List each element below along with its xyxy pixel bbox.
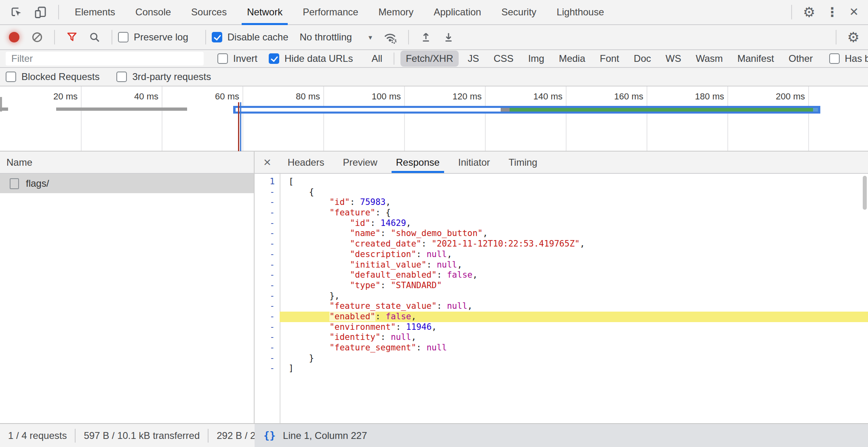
resource-type-other[interactable]: Other: [783, 51, 818, 67]
response-viewer[interactable]: 1[- {- "id": 75983,- "feature": {- "id":…: [255, 174, 868, 423]
gutter-mark: -: [255, 218, 280, 229]
code-token: null: [437, 260, 457, 270]
divider: [408, 30, 409, 44]
gutter-mark: -: [255, 280, 280, 291]
overview-tick-label: 20 ms: [17, 91, 78, 102]
detail-tab-response[interactable]: Response: [387, 152, 449, 173]
waterfall-bar-gray-1: [0, 108, 8, 111]
record-network-log-icon[interactable]: [9, 32, 19, 42]
kebab-menu-icon[interactable]: ⋮: [821, 6, 844, 19]
code-token: false: [447, 270, 472, 280]
resource-type-ws[interactable]: WS: [660, 51, 687, 67]
clear-network-log-icon[interactable]: [26, 31, 48, 43]
code-token: :: [421, 239, 432, 249]
gutter-mark: -: [255, 249, 280, 260]
code-line: - "feature_segment": null: [255, 343, 868, 353]
overview-gridline: [647, 86, 647, 151]
code-token: ,: [411, 332, 416, 342]
code-token: ,: [457, 260, 462, 270]
code-token: ,: [411, 312, 416, 321]
disable-cache-checkbox[interactable]: [212, 32, 222, 42]
status-right: {} Line 1, Column 227: [255, 424, 868, 447]
request-row-flags[interactable]: flags/: [0, 174, 254, 193]
resource-type-js[interactable]: JS: [463, 51, 485, 67]
code-content: "feature_segment": null: [280, 343, 868, 353]
code-token: ,: [482, 228, 488, 238]
export-har-icon[interactable]: [437, 31, 460, 43]
resource-type-media[interactable]: Media: [554, 51, 590, 67]
resource-type-font[interactable]: Font: [594, 51, 624, 67]
close-devtools-icon[interactable]: ✕: [844, 6, 864, 18]
network-overview[interactable]: 20 ms40 ms60 ms80 ms100 ms120 ms140 ms16…: [0, 86, 868, 152]
code-token: [289, 332, 329, 342]
inspect-element-icon[interactable]: [4, 5, 28, 19]
tab-application[interactable]: Application: [423, 0, 491, 24]
overview-gridline: [81, 86, 82, 151]
tab-performance[interactable]: Performance: [293, 0, 368, 24]
detail-tab-preview[interactable]: Preview: [333, 152, 386, 173]
invert-checkbox[interactable]: [217, 53, 228, 64]
detail-tabs: HeadersPreviewResponseInitiatorTiming: [278, 152, 547, 173]
tab-memory[interactable]: Memory: [369, 0, 424, 24]
tab-network[interactable]: Network: [237, 0, 293, 24]
detail-tab-headers[interactable]: Headers: [278, 152, 334, 173]
third-party-requests-checkbox[interactable]: [116, 72, 127, 82]
scrollbar-thumb[interactable]: [863, 176, 867, 210]
device-toolbar-icon[interactable]: [28, 5, 53, 19]
name-column-label: Name: [6, 157, 32, 168]
settings-gear-icon[interactable]: ⚙: [798, 5, 820, 19]
has-blocked-cookies-checkbox[interactable]: [829, 53, 840, 64]
resource-type-fetch-xhr[interactable]: Fetch/XHR: [400, 51, 458, 67]
resource-type-all[interactable]: All: [366, 51, 388, 67]
import-har-icon[interactable]: [415, 31, 437, 43]
tab-sources[interactable]: Sources: [181, 0, 237, 24]
throttling-select[interactable]: No throttling ▼: [299, 32, 373, 43]
preserve-log-checkbox[interactable]: [118, 32, 129, 42]
code-content: [: [280, 177, 868, 187]
name-column-header[interactable]: Name: [0, 152, 254, 174]
detail-tab-initiator[interactable]: Initiator: [449, 152, 499, 173]
code-line: - "default_enabled": false,: [255, 270, 868, 280]
network-conditions-icon[interactable]: [377, 30, 402, 44]
gutter-mark: -: [255, 322, 280, 333]
waterfall-bar-gray-2: [56, 108, 187, 111]
search-icon[interactable]: [83, 31, 106, 43]
gutter-mark: -: [255, 228, 280, 239]
filter-funnel-icon[interactable]: [61, 31, 83, 43]
selected-request-bar-border-bottom: [233, 112, 820, 114]
detail-tab-timing[interactable]: Timing: [499, 152, 547, 173]
network-settings-gear-icon[interactable]: ⚙: [842, 30, 865, 44]
resource-type-css[interactable]: CSS: [489, 51, 519, 67]
selected-request-bar-stalled: [501, 108, 510, 112]
resource-type-img[interactable]: Img: [523, 51, 550, 67]
code-token: [289, 197, 329, 207]
resource-type-wasm[interactable]: Wasm: [691, 51, 728, 67]
gutter-mark: -: [255, 260, 280, 270]
code-token: :: [375, 312, 386, 321]
overview-gridline: [242, 86, 243, 151]
hide-data-urls-checkbox[interactable]: [269, 53, 279, 64]
resource-type-manifest[interactable]: Manifest: [732, 51, 780, 67]
format-braces-icon[interactable]: {}: [263, 430, 276, 441]
tab-security[interactable]: Security: [491, 0, 547, 24]
selected-request-bar-download: [510, 108, 813, 112]
code-token: "initial_value": [350, 260, 427, 270]
code-token: null: [426, 343, 447, 352]
detail-pane: × HeadersPreviewResponseInitiatorTiming …: [255, 152, 868, 423]
blocked-requests-checkbox[interactable]: [6, 72, 16, 82]
code-line: - "description": null,: [255, 249, 868, 260]
code-token: "feature_segment": [329, 343, 416, 352]
tab-console[interactable]: Console: [125, 0, 181, 24]
filter-input[interactable]: [6, 52, 204, 65]
tab-lighthouse[interactable]: Lighthouse: [546, 0, 614, 24]
divider: [54, 30, 55, 44]
tab-elements[interactable]: Elements: [65, 0, 125, 24]
code-token: [289, 301, 329, 311]
status-item: 597 B / 10.1 kB transferred: [76, 429, 209, 443]
code-content: "feature": {: [280, 208, 868, 218]
code-lines: 1[- {- "id": 75983,- "feature": {- "id":…: [255, 177, 868, 374]
status-item: 292 B / 2: [209, 429, 255, 443]
code-line: - "type": "STANDARD": [255, 280, 868, 291]
resource-type-doc[interactable]: Doc: [628, 51, 656, 67]
close-detail-icon[interactable]: ×: [256, 155, 278, 170]
